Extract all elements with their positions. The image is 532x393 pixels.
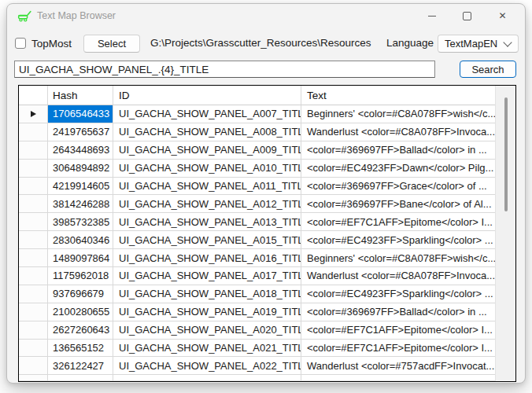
search-input[interactable] xyxy=(14,61,435,78)
topmost-checkbox[interactable] xyxy=(15,38,26,49)
hash-cell[interactable]: 4219914605 xyxy=(48,178,113,196)
table-row: 3985732385 UI_GACHA_SHOW_PANEL_A013_TITL… xyxy=(19,213,496,231)
grid-content: Hash ID Text 1706546433 UI_GACHA_SHOW_PA… xyxy=(19,86,496,381)
column-header-text[interactable]: Text xyxy=(301,86,496,105)
minimize-button[interactable] xyxy=(414,4,449,28)
row-header-cell[interactable] xyxy=(19,303,48,321)
hash-cell[interactable]: 3985732385 xyxy=(48,213,113,231)
titlebar: Text Map Browser ✕ xyxy=(7,4,525,28)
table-row-partial xyxy=(19,375,496,381)
hash-cell[interactable]: 2830640346 xyxy=(48,231,113,249)
text-cell[interactable]: <color=#369697FF>Grace</color> of ... xyxy=(301,178,496,196)
text-cell[interactable]: Beginners' <color=#C8A078FF>wish</c... xyxy=(301,249,496,267)
row-header-cell[interactable] xyxy=(19,178,48,196)
current-row-marker-icon xyxy=(31,111,36,117)
id-cell[interactable]: UI_GACHA_SHOW_PANEL_A013_TITLE xyxy=(113,213,301,231)
text-cell[interactable]: <color=#EF7C1AFF>Epitome</color> I... xyxy=(301,213,496,231)
row-header-cell[interactable] xyxy=(19,267,48,285)
row-header-cell[interactable] xyxy=(19,141,48,160)
topmost-label[interactable]: TopMost xyxy=(31,38,72,50)
vertical-scrollbar[interactable] xyxy=(495,86,515,381)
text-cell[interactable]: <color=#EC4923FF>Sparkling</color> ... xyxy=(301,231,496,249)
id-cell[interactable]: UI_GACHA_SHOW_PANEL_A018_TITLE xyxy=(113,285,301,303)
data-grid: Hash ID Text 1706546433 UI_GACHA_SHOW_PA… xyxy=(18,85,516,382)
table-row: 937696679 UI_GACHA_SHOW_PANEL_A018_TITLE… xyxy=(19,285,496,303)
hash-cell[interactable]: 136565152 xyxy=(48,340,113,358)
text-cell[interactable]: <color=#EC4923FF>Dawn</color> Pilg... xyxy=(301,160,496,178)
text-cell[interactable]: Wanderlust <color=#757acdFF>Invocat... xyxy=(301,357,496,375)
row-header-cell[interactable] xyxy=(19,340,48,358)
row-header-cell[interactable] xyxy=(19,285,48,303)
row-header-cell[interactable] xyxy=(19,213,48,231)
hash-cell[interactable]: 937696679 xyxy=(48,285,113,303)
hash-cell[interactable]: 1706546433 xyxy=(48,105,113,123)
row-header-cell[interactable] xyxy=(19,195,48,213)
text-cell[interactable]: <color=#369697FF>Ballad</color> in ... xyxy=(301,141,496,160)
id-cell[interactable]: UI_GACHA_SHOW_PANEL_A011_TITLE xyxy=(113,178,301,196)
text-cell[interactable]: Beginners' <color=#C8A078FF>wish</c... xyxy=(301,105,496,123)
row-header-cell[interactable] xyxy=(19,249,48,267)
text-cell[interactable]: <color=#EC4923FF>Sparkling</color> ... xyxy=(301,285,496,303)
language-select[interactable]: TextMapEN xyxy=(438,35,519,53)
search-row: Search xyxy=(7,61,525,78)
text-cell[interactable]: Wanderlust <color=#C8A078FF>Invoca... xyxy=(301,123,496,141)
table-row: 3814246288 UI_GACHA_SHOW_PANEL_A012_TITL… xyxy=(19,195,496,213)
text-cell[interactable]: <color=#369697FF>Bane</color> of Al... xyxy=(301,195,496,213)
id-cell[interactable]: UI_GACHA_SHOW_PANEL_A017_TITLE xyxy=(113,267,301,285)
row-header-cell[interactable] xyxy=(19,231,48,249)
text-cell[interactable]: <color=#EF7C1AFF>Epitome</color> I... xyxy=(301,321,496,340)
hash-cell[interactable]: 2100280655 xyxy=(48,303,113,321)
hash-cell[interactable]: 2627260643 xyxy=(48,321,113,340)
id-cell[interactable]: UI_GACHA_SHOW_PANEL_A019_TITLE xyxy=(113,303,301,321)
text-cell xyxy=(301,375,496,381)
id-cell[interactable]: UI_GACHA_SHOW_PANEL_A007_TITLE xyxy=(113,105,301,123)
text-cell[interactable]: Wanderlust <color=#C8A078FF>Invoca... xyxy=(301,267,496,285)
hash-cell[interactable]: 1489097864 xyxy=(48,249,113,267)
caption-buttons: ✕ xyxy=(414,4,520,28)
close-icon: ✕ xyxy=(498,11,506,20)
id-cell[interactable]: UI_GACHA_SHOW_PANEL_A012_TITLE xyxy=(113,195,301,213)
resources-path: G:\Projects\Grasscutter_Resources\Resour… xyxy=(150,37,371,49)
hash-cell xyxy=(48,375,113,381)
table-row: 2100280655 UI_GACHA_SHOW_PANEL_A019_TITL… xyxy=(19,303,496,321)
maximize-icon xyxy=(463,12,471,20)
hash-cell[interactable]: 1175962018 xyxy=(48,267,113,285)
maximize-button[interactable] xyxy=(449,4,485,28)
row-header-cell[interactable] xyxy=(19,105,48,123)
id-cell[interactable]: UI_GACHA_SHOW_PANEL_A010_TITLE xyxy=(113,160,301,178)
text-cell[interactable]: <color=#EF7C1AFF>Epitome</color> I... xyxy=(301,340,496,358)
close-button[interactable]: ✕ xyxy=(485,4,520,28)
row-header-cell[interactable] xyxy=(19,321,48,340)
id-cell[interactable]: UI_GACHA_SHOW_PANEL_A015_TITLE xyxy=(113,231,301,249)
id-cell[interactable]: UI_GACHA_SHOW_PANEL_A016_TITLE xyxy=(113,249,301,267)
id-cell[interactable]: UI_GACHA_SHOW_PANEL_A020_TITLE xyxy=(113,321,301,340)
hash-cell[interactable]: 326122427 xyxy=(48,357,113,375)
table-row: 2643448693 UI_GACHA_SHOW_PANEL_A009_TITL… xyxy=(19,141,496,160)
row-header-cell[interactable] xyxy=(19,357,48,375)
text-cell[interactable]: <color=#369697FF>Ballad</color> in ... xyxy=(301,303,496,321)
search-button[interactable]: Search xyxy=(460,61,516,78)
table-row: 3064894892 UI_GACHA_SHOW_PANEL_A010_TITL… xyxy=(19,160,496,178)
column-header-hash[interactable]: Hash xyxy=(48,86,113,105)
hash-cell[interactable]: 2419765637 xyxy=(48,123,113,141)
row-header-cell[interactable] xyxy=(19,160,48,178)
scrollbar-thumb[interactable] xyxy=(504,97,508,211)
language-selected-value: TextMapEN xyxy=(445,38,504,50)
hash-cell[interactable]: 3064894892 xyxy=(48,160,113,178)
id-cell[interactable]: UI_GACHA_SHOW_PANEL_A009_TITLE xyxy=(113,141,301,160)
row-header-cell[interactable] xyxy=(19,123,48,141)
column-header-id[interactable]: ID xyxy=(113,86,301,105)
row-header-cell xyxy=(19,375,48,381)
grid-corner-cell[interactable] xyxy=(19,86,48,105)
id-cell[interactable]: UI_GACHA_SHOW_PANEL_A008_TITLE xyxy=(113,123,301,141)
id-cell[interactable]: UI_GACHA_SHOW_PANEL_A021_TITLE xyxy=(113,340,301,358)
id-cell[interactable]: UI_GACHA_SHOW_PANEL_A022_TITLE xyxy=(113,357,301,375)
window-title: Text Map Browser xyxy=(37,10,116,21)
chevron-down-icon xyxy=(503,38,512,46)
minimize-icon xyxy=(428,16,436,17)
hash-cell[interactable]: 3814246288 xyxy=(48,195,113,213)
hash-cell[interactable]: 2643448693 xyxy=(48,141,113,160)
select-button[interactable]: Select xyxy=(83,35,140,53)
table-row: 1489097864 UI_GACHA_SHOW_PANEL_A016_TITL… xyxy=(19,249,496,267)
toolbar: TopMost Select G:\Projects\Grasscutter_R… xyxy=(7,35,525,55)
